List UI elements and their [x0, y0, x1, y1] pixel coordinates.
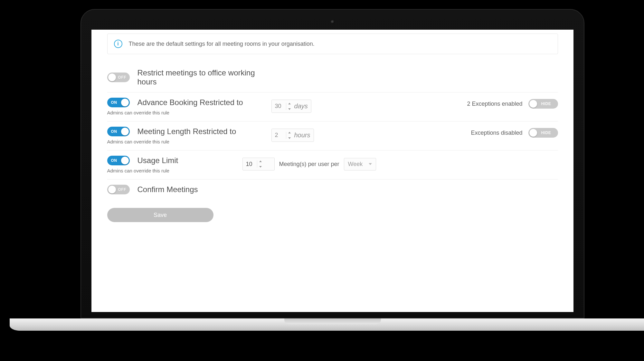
toggle-hide-label: HIDE [541, 102, 551, 106]
rule-meeting-length: ON Meeting Length Restricted to Admins c… [107, 122, 558, 151]
toggle-advance-exceptions[interactable]: HIDE [528, 99, 558, 109]
advance-booking-value: 30 [275, 103, 283, 110]
toggle-off-label: OFF [118, 187, 127, 192]
toggle-on-label: ON [111, 129, 117, 134]
rule-confirm-meetings: OFF Confirm Meetings [107, 180, 558, 200]
usage-limit-period-select[interactable]: Week [344, 158, 376, 171]
toggle-meeting-length[interactable]: ON [107, 127, 130, 136]
info-banner: i These are the default settings for all… [107, 34, 558, 54]
usage-limit-label: Meeting(s) per user per [279, 161, 339, 168]
rule-title: Restrict meetings to office working hour… [137, 68, 268, 86]
meeting-length-value: 2 [275, 132, 283, 139]
meeting-length-unit: hours [294, 132, 310, 139]
info-icon: i [114, 40, 122, 48]
laptop-frame: i These are the default settings for all… [80, 9, 584, 318]
usage-limit-value: 10 [246, 161, 254, 168]
toggle-usage-limit[interactable]: ON [107, 156, 130, 165]
toggle-confirm-meetings[interactable]: OFF [107, 185, 130, 194]
toggle-on-label: ON [111, 158, 117, 163]
rule-title: Advance Booking Restricted to [137, 98, 243, 107]
screen: i These are the default settings for all… [91, 30, 573, 312]
rule-restrict-hours: OFF Restrict meetings to office working … [107, 63, 558, 93]
meeting-length-value-field[interactable]: 2 hours [271, 129, 314, 142]
usage-limit-period: Week [348, 161, 363, 167]
exceptions-text: 2 Exceptions enabled [467, 101, 522, 107]
toggle-hide-label: HIDE [541, 131, 551, 135]
toggle-advance-booking[interactable]: ON [107, 98, 130, 107]
laptop-lid: i These are the default settings for all… [80, 9, 584, 318]
number-stepper[interactable] [286, 132, 291, 139]
advance-booking-unit: days [294, 102, 308, 110]
rule-title: Usage Limit [137, 156, 178, 165]
rule-title: Confirm Meetings [137, 185, 198, 194]
rule-advance-booking: ON Advance Booking Restricted to Admins … [107, 93, 558, 122]
number-stepper[interactable] [286, 103, 291, 110]
info-banner-text: These are the default settings for all m… [129, 41, 315, 47]
toggle-off-label: OFF [118, 75, 127, 80]
rule-sub: Admins can override this rule [107, 139, 268, 144]
toggle-restrict-hours[interactable]: OFF [107, 73, 130, 82]
number-stepper[interactable] [257, 161, 262, 168]
toggle-length-exceptions[interactable]: HIDE [528, 128, 558, 138]
laptop-camera [331, 20, 335, 24]
exceptions-text: Exceptions disabled [471, 130, 522, 136]
advance-booking-value-field[interactable]: 30 days [271, 100, 311, 113]
save-button[interactable]: Save [107, 208, 213, 222]
rule-sub: Admins can override this rule [107, 110, 268, 115]
toggle-on-label: ON [111, 100, 117, 105]
rule-title: Meeting Length Restricted to [137, 127, 236, 136]
settings-page: i These are the default settings for all… [101, 30, 564, 312]
usage-limit-value-field[interactable]: 10 [242, 158, 275, 171]
laptop-base [10, 318, 644, 331]
rule-usage-limit: ON Usage Limit Admins can override this … [107, 151, 558, 180]
